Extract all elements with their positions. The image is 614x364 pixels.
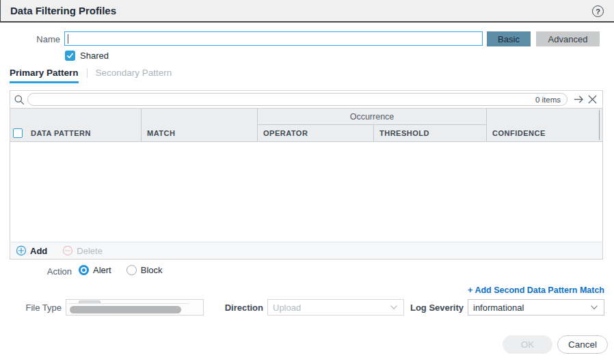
radio-selected-icon [79,265,89,275]
column-header-match[interactable]: MATCH [141,109,257,141]
direction-dropdown[interactable]: Upload [267,299,404,316]
shared-label: Shared [80,51,109,61]
log-severity-label: Log Severity [402,303,464,313]
circle-minus-icon [62,245,73,256]
delete-button[interactable]: Delete [62,245,103,256]
column-group-occurrence: Occurrence [257,109,486,125]
tab-secondary-pattern[interactable]: Secondary Pattern [96,68,172,83]
tab-divider [87,68,88,78]
page-title: Data Filtering Profiles [1,5,116,16]
direction-value: Upload [273,303,301,313]
table-footer: Add Delete [10,242,602,259]
table-search-row: 0 items [10,91,602,108]
chevron-down-icon [589,303,599,312]
scrollbar[interactable] [599,110,600,140]
log-severity-dropdown[interactable]: informational [468,299,604,316]
items-count: 0 items [535,96,567,104]
name-input[interactable] [64,31,483,46]
column-header-operator[interactable]: OPERATOR [257,125,373,141]
checkbox-unchecked [13,128,23,138]
add-second-pattern-link[interactable]: + Add Second Data Pattern Match [468,285,604,295]
checkmark-icon [66,52,74,59]
table-body-empty [10,142,602,242]
shared-checkbox[interactable] [65,51,75,61]
log-severity-value: informational [473,303,524,313]
chevron-down-icon [389,303,399,312]
direction-label: Direction [205,303,263,313]
cancel-button[interactable]: Cancel [557,335,608,354]
tab-bar: Primary Pattern Secondary Pattern [10,68,172,83]
active-tab-underline [10,81,79,83]
file-type-label: File Type [0,303,62,313]
name-label: Name [0,34,60,44]
text-caret [68,34,68,44]
file-type-field[interactable] [66,299,204,316]
tab-primary-pattern[interactable]: Primary Pattern [10,68,79,83]
help-icon[interactable]: ? [592,5,604,17]
advanced-button[interactable]: Advanced [536,31,600,46]
search-icon [14,94,25,105]
circle-plus-icon [16,245,27,256]
help-glyph: ? [596,8,600,16]
action-radio-group: Alert Block [79,265,163,275]
radio-unselected-icon [126,265,137,275]
dialog-titlebar: Data Filtering Profiles [0,0,614,23]
basic-button[interactable]: Basic [487,31,531,46]
redacted-value [70,306,181,313]
select-all-checkbox[interactable] [10,109,25,141]
table-header: DATA PATTERN MATCH Occurrence OPERATOR T… [10,108,602,142]
action-label: Action [0,266,72,277]
column-header-data-pattern[interactable]: DATA PATTERN [25,109,141,141]
radio-alert[interactable]: Alert [79,265,111,275]
close-icon [587,94,598,104]
apply-filter-button[interactable] [572,93,585,107]
column-header-confidence[interactable]: CONFIDENCE [486,109,602,141]
clear-filter-button[interactable] [585,93,599,107]
ok-button[interactable]: OK [503,335,552,354]
pattern-table: 0 items DATA PATTERN MATCH Occurrence OP… [10,90,603,260]
column-header-threshold[interactable]: THRESHOLD [373,125,486,141]
add-button[interactable]: Add [16,245,47,256]
arrow-right-icon [573,94,585,105]
shared-row: Shared [65,51,109,61]
search-input[interactable]: 0 items [27,93,568,106]
radio-block[interactable]: Block [126,265,163,275]
field-divider [68,303,189,304]
